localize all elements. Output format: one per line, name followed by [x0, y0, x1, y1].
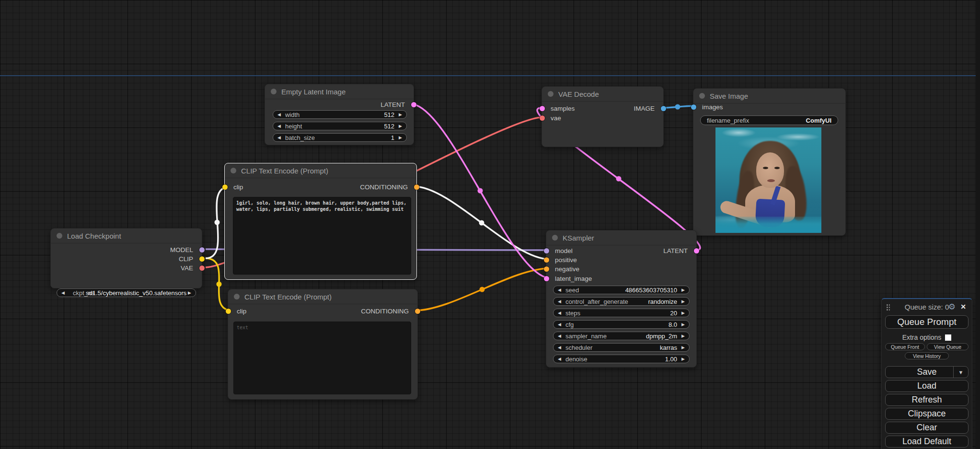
height-widget[interactable]: ◀ height 512 ▶ — [273, 122, 407, 130]
conditioning-output-dot[interactable] — [414, 184, 419, 190]
prev-value-arrow-icon[interactable]: ◀ — [61, 291, 65, 295]
node-collapse-dot[interactable] — [271, 89, 277, 94]
node-titlebar: Load Checkpoint — [51, 229, 202, 243]
node-empty-latent-image[interactable]: Empty Latent Image LATENT ◀ width 512 ▶ … — [265, 84, 414, 145]
increment-arrow-icon[interactable]: ▶ — [681, 288, 685, 292]
samples-input-dot[interactable] — [540, 106, 545, 111]
slot-label: VAE — [181, 265, 193, 272]
decrement-arrow-icon[interactable]: ◀ — [558, 311, 561, 315]
clear-button[interactable]: Clear — [885, 422, 968, 434]
latent-image-input-dot[interactable] — [544, 276, 549, 281]
node-collapse-dot[interactable] — [552, 235, 558, 241]
model-output-dot[interactable] — [199, 247, 205, 253]
clip-output-dot[interactable] — [199, 256, 205, 262]
decrement-arrow-icon[interactable]: ◀ — [558, 322, 561, 327]
steps-widget[interactable]: ◀ steps 20 ▶ — [553, 309, 690, 317]
seed-widget[interactable]: ◀ seed 486653603705310 ▶ — [553, 286, 690, 294]
node-collapse-dot[interactable] — [234, 294, 240, 299]
sampler-name-widget[interactable]: ◀ sampler_name dpmpp_2m ▶ — [553, 332, 690, 340]
node-load-checkpoint[interactable]: Load Checkpoint MODEL CLIP VAE ◀ ckpt_na… — [50, 228, 202, 288]
negative-prompt-textarea[interactable] — [233, 322, 411, 394]
node-save-image[interactable]: Save Image images filename_prefix ComfyU… — [693, 88, 846, 236]
model-input-dot[interactable] — [544, 248, 549, 253]
increment-arrow-icon[interactable]: ▶ — [681, 299, 685, 304]
settings-gear-icon[interactable]: ⚙ — [948, 302, 956, 312]
node-ksampler[interactable]: KSampler model positive negative latent_… — [546, 230, 697, 368]
latent-output-dot[interactable] — [694, 248, 699, 253]
view-queue-button[interactable]: View Queue — [927, 343, 968, 350]
node-titlebar: CLIP Text Encode (Prompt) — [228, 289, 417, 304]
filename-prefix-widget[interactable]: filename_prefix ComfyUI — [700, 115, 838, 125]
control-after-generate-widget[interactable]: ◀ control_after_generate randomize ▶ — [553, 297, 690, 306]
save-button[interactable]: Save ▼ — [885, 366, 968, 378]
widget-label: width — [285, 111, 384, 118]
node-vae-decode[interactable]: VAE Decode samples vae IMAGE — [542, 86, 664, 147]
increment-arrow-icon[interactable]: ▶ — [681, 357, 685, 361]
queue-prompt-button[interactable]: Queue Prompt — [885, 315, 968, 329]
vae-output-dot[interactable] — [199, 265, 205, 271]
increment-arrow-icon[interactable]: ▶ — [399, 124, 402, 128]
node-collapse-dot[interactable] — [231, 168, 236, 173]
cfg-widget[interactable]: ◀ cfg 8.0 ▶ — [553, 320, 690, 329]
refresh-button[interactable]: Refresh — [885, 394, 968, 406]
button-label: Clipspace — [908, 409, 945, 419]
increment-arrow-icon[interactable]: ▶ — [399, 136, 402, 140]
close-icon[interactable]: ✕ — [960, 303, 966, 311]
next-value-arrow-icon[interactable]: ▶ — [188, 291, 191, 295]
widget-value: 8.0 — [669, 321, 677, 328]
node-collapse-dot[interactable] — [548, 91, 553, 97]
scrollbar-track[interactable] — [976, 0, 980, 449]
conditioning-output-dot[interactable] — [415, 309, 420, 314]
input-slot-latent-image: latent_image — [546, 274, 592, 283]
image-output-dot[interactable] — [661, 106, 666, 111]
node-clip-text-encode-negative[interactable]: CLIP Text Encode (Prompt) clip CONDITION… — [228, 289, 418, 400]
input-slot-clip: clip — [225, 183, 243, 191]
slot-label: IMAGE — [634, 105, 655, 112]
node-collapse-dot[interactable] — [57, 233, 62, 239]
clip-input-dot[interactable] — [226, 309, 231, 314]
save-dropdown-arrow-icon[interactable]: ▼ — [953, 367, 968, 378]
denoise-widget[interactable]: ◀ denoise 1.00 ▶ — [553, 355, 690, 363]
view-history-button[interactable]: View History — [905, 352, 949, 359]
increment-arrow-icon[interactable]: ▶ — [681, 311, 685, 315]
comfyui-canvas[interactable]: Load Checkpoint MODEL CLIP VAE ◀ ckpt_na… — [0, 0, 980, 449]
decrement-arrow-icon[interactable]: ◀ — [277, 124, 281, 128]
preview-mouth-shape — [767, 179, 775, 182]
positive-prompt-textarea[interactable]: 1girl, solo, long hair, brown hair, uppe… — [233, 197, 411, 275]
load-button[interactable]: Load — [885, 380, 968, 392]
node-collapse-dot[interactable] — [699, 93, 705, 99]
decrement-arrow-icon[interactable]: ◀ — [558, 299, 561, 304]
decrement-arrow-icon[interactable]: ◀ — [558, 357, 561, 361]
decrement-arrow-icon[interactable]: ◀ — [277, 113, 281, 117]
batch-size-widget[interactable]: ◀ batch_size 1 ▶ — [273, 133, 407, 142]
link-midpoint-dot — [616, 176, 622, 182]
clip-input-dot[interactable] — [222, 184, 228, 190]
increment-arrow-icon[interactable]: ▶ — [399, 113, 402, 117]
vae-input-dot[interactable] — [540, 115, 545, 121]
decrement-arrow-icon[interactable]: ◀ — [558, 288, 561, 292]
clipspace-button[interactable]: Clipspace — [885, 408, 968, 420]
widget-label: control_after_generate — [565, 298, 648, 305]
positive-input-dot[interactable] — [544, 257, 549, 263]
output-slot-latent: LATENT — [663, 246, 696, 255]
decrement-arrow-icon[interactable]: ◀ — [558, 334, 561, 338]
images-input-dot[interactable] — [691, 104, 696, 110]
ckpt-name-widget[interactable]: ◀ ckpt_name sd1.5/cyberrealistic_v50.saf… — [57, 288, 196, 297]
increment-arrow-icon[interactable]: ▶ — [681, 345, 685, 350]
width-widget[interactable]: ◀ width 512 ▶ — [273, 110, 407, 119]
widget-label: steps — [565, 310, 670, 317]
scheduler-widget[interactable]: ◀ scheduler karras ▶ — [553, 343, 690, 352]
latent-output-dot[interactable] — [411, 102, 416, 107]
queue-menu-panel[interactable]: Queue size: 0 ⚙ ✕ Queue Prompt Extra opt… — [881, 298, 972, 449]
node-clip-text-encode-positive[interactable]: CLIP Text Encode (Prompt) clip CONDITION… — [224, 163, 417, 280]
generated-image-preview[interactable] — [715, 127, 821, 233]
load-default-button[interactable]: Load Default — [885, 436, 968, 448]
negative-input-dot[interactable] — [544, 266, 549, 272]
increment-arrow-icon[interactable]: ▶ — [681, 334, 685, 338]
decrement-arrow-icon[interactable]: ◀ — [558, 345, 561, 350]
decrement-arrow-icon[interactable]: ◀ — [277, 136, 281, 140]
queue-front-button[interactable]: Queue Front — [885, 343, 925, 350]
node-title: CLIP Text Encode (Prompt) — [241, 167, 328, 175]
increment-arrow-icon[interactable]: ▶ — [681, 322, 685, 327]
extra-options-checkbox[interactable] — [945, 334, 951, 341]
